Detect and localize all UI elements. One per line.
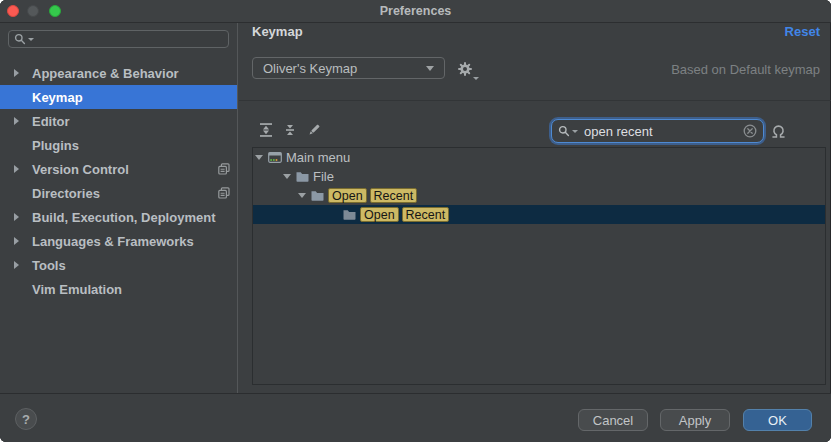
action-search-input[interactable] (582, 123, 743, 140)
keymap-select[interactable]: Oliver's Keymap (252, 57, 445, 79)
keymap-select-value: Oliver's Keymap (263, 61, 357, 76)
settings-search-box[interactable] (8, 30, 229, 48)
help-button[interactable]: ? (15, 408, 37, 430)
search-options-caret-icon[interactable] (572, 130, 578, 133)
sidebar-item-build-execution-deployment[interactable]: Build, Execution, Deployment (0, 205, 237, 229)
chevron-right-icon[interactable] (14, 69, 19, 77)
settings-category-list: Appearance & Behavior Keymap Editor Plug… (0, 61, 237, 301)
search-icon (558, 125, 570, 137)
project-settings-icon (218, 187, 230, 202)
close-icon (743, 124, 757, 138)
sidebar-item-label: Appearance & Behavior (32, 66, 179, 81)
find-by-shortcut-button[interactable] (770, 124, 787, 139)
based-on-label: Based on Default keymap (671, 62, 820, 77)
sidebar-item-label: Keymap (32, 90, 83, 105)
sidebar-item-version-control[interactable]: Version Control (0, 157, 237, 181)
collapse-all-button[interactable] (282, 122, 298, 138)
ok-button[interactable]: OK (743, 409, 812, 431)
tree-label: Main menu (286, 150, 350, 165)
tree-row-file[interactable]: File (253, 167, 825, 186)
window-title: Preferences (380, 4, 452, 18)
expand-all-icon (258, 122, 274, 138)
sidebar-item-keymap[interactable]: Keymap (0, 85, 237, 109)
sidebar-item-editor[interactable]: Editor (0, 109, 237, 133)
folder-icon (296, 171, 309, 182)
sidebar-item-label: Plugins (32, 138, 79, 153)
project-settings-icon (218, 163, 230, 178)
chevron-right-icon[interactable] (14, 165, 19, 173)
folder-icon (343, 209, 356, 220)
chevron-expanded-icon[interactable] (255, 155, 264, 161)
sidebar-item-label: Vim Emulation (32, 282, 122, 297)
search-icon (14, 33, 26, 45)
keymap-settings-button[interactable] (457, 61, 477, 79)
sidebar-item-plugins[interactable]: Plugins (0, 133, 237, 157)
apply-button[interactable]: Apply (660, 409, 730, 431)
preferences-window: Preferences Appearance & Behavior Keymap… (0, 0, 831, 442)
folder-icon (311, 190, 324, 201)
settings-search-input[interactable] (34, 31, 223, 47)
sidebar-item-label: Editor (32, 114, 70, 129)
match-highlight: Open (360, 207, 399, 222)
match-highlight: Open (328, 188, 367, 203)
dialog-footer: ? Cancel Apply OK (0, 393, 831, 442)
match-highlight: Recent (370, 188, 418, 203)
sidebar-item-label: Languages & Frameworks (32, 234, 194, 249)
shortcuts-tree: Main menu File Open Recent (252, 147, 826, 385)
reset-link[interactable]: Reset (785, 24, 820, 39)
chevron-right-icon[interactable] (14, 237, 19, 245)
chevron-down-icon (426, 66, 434, 71)
pencil-icon (306, 122, 322, 138)
collapse-all-icon (282, 122, 298, 138)
titlebar: Preferences (0, 0, 831, 23)
chevron-expanded-icon[interactable] (283, 174, 292, 180)
action-search-field[interactable] (551, 119, 764, 143)
sidebar-item-label: Tools (32, 258, 66, 273)
main-menu-icon (268, 152, 282, 163)
chevron-right-icon[interactable] (14, 213, 19, 221)
chevron-expanded-icon[interactable] (298, 193, 307, 199)
tree-label: File (313, 169, 334, 184)
sidebar-item-tools[interactable]: Tools (0, 253, 237, 277)
gear-icon (457, 61, 473, 77)
sidebar-item-label: Version Control (32, 162, 129, 177)
tree-row-main-menu[interactable]: Main menu (253, 148, 825, 167)
find-shortcut-icon (770, 124, 787, 139)
sidebar-item-directories[interactable]: Directories (0, 181, 237, 205)
sidebar-item-label: Directories (32, 186, 100, 201)
cancel-button[interactable]: Cancel (578, 409, 648, 431)
chevron-right-icon[interactable] (14, 117, 19, 125)
clear-search-button[interactable] (743, 124, 757, 138)
edit-shortcut-button[interactable] (306, 122, 322, 138)
sidebar-item-vim-emulation[interactable]: Vim Emulation (0, 277, 237, 301)
close-button[interactable] (7, 5, 19, 17)
sidebar-item-label: Build, Execution, Deployment (32, 210, 215, 225)
tree-row-open-recent[interactable]: Open Recent (253, 186, 825, 205)
sidebar-item-languages-frameworks[interactable]: Languages & Frameworks (0, 229, 237, 253)
question-mark-icon: ? (22, 412, 30, 427)
header-separator (239, 100, 831, 101)
chevron-down-icon (473, 77, 479, 80)
sidebar-item-appearance-behavior[interactable]: Appearance & Behavior (0, 61, 237, 85)
match-highlight: Recent (402, 207, 450, 222)
minimize-button (27, 5, 39, 17)
chevron-right-icon[interactable] (14, 261, 19, 269)
zoom-button[interactable] (49, 5, 61, 17)
page-title: Keymap (252, 24, 303, 39)
expand-all-button[interactable] (258, 122, 274, 138)
settings-sidebar: Appearance & Behavior Keymap Editor Plug… (0, 23, 238, 393)
tree-row-open-recent-selected[interactable]: Open Recent (253, 205, 825, 224)
